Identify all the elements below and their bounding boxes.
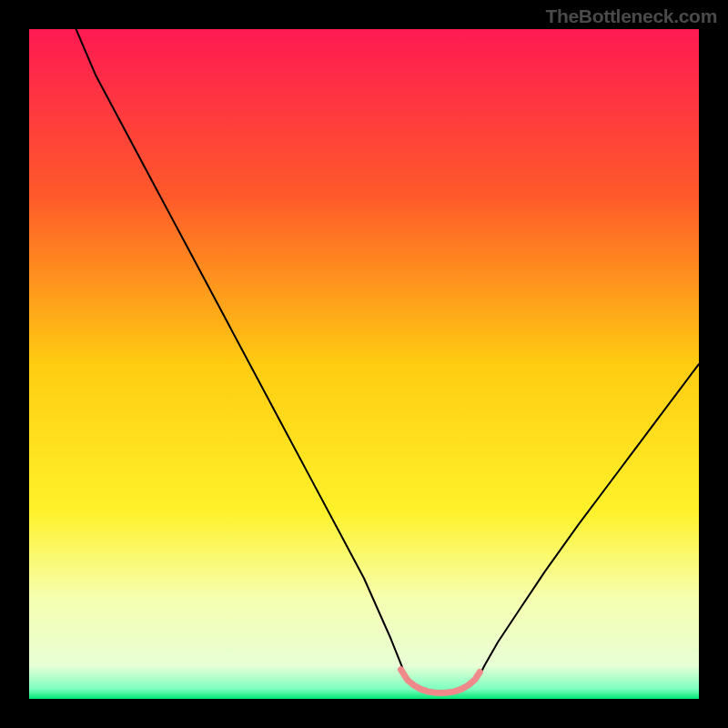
watermark-text: TheBottleneck.com [545, 5, 717, 27]
bottleneck-chart [29, 29, 699, 699]
chart-background [29, 29, 699, 699]
chart-svg [29, 29, 699, 699]
